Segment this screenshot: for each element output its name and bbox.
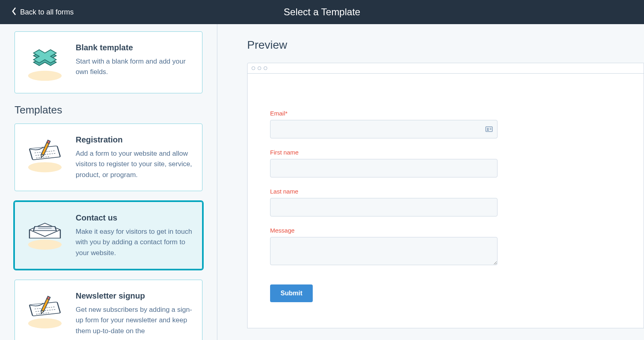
browser-dots bbox=[248, 63, 644, 74]
back-label: Back to all forms bbox=[20, 8, 74, 16]
first-name-field[interactable] bbox=[270, 159, 497, 177]
chevron-left-icon bbox=[11, 7, 17, 18]
browser-dot-icon bbox=[258, 66, 261, 70]
preview-browser-frame: Email* bbox=[247, 63, 644, 328]
paper-pencil-icon bbox=[24, 134, 66, 175]
paper-pencil-icon bbox=[24, 291, 66, 331]
field-label-email: Email* bbox=[270, 110, 497, 117]
app-header: Back to all forms Select a Template bbox=[0, 0, 644, 24]
svg-marker-11 bbox=[33, 227, 56, 231]
browser-dot-icon bbox=[252, 66, 255, 70]
field-label-last-name: Last name bbox=[270, 188, 497, 195]
card-title: Contact us bbox=[76, 213, 193, 223]
template-card-registration[interactable]: Registration Add a form to your website … bbox=[14, 124, 202, 191]
svg-rect-20 bbox=[47, 296, 50, 300]
preview-heading: Preview bbox=[247, 39, 644, 52]
card-title: Registration bbox=[76, 135, 193, 144]
card-desc: Start with a blank form and add your own… bbox=[76, 56, 193, 78]
browser-dot-icon bbox=[264, 66, 267, 70]
template-sidebar: Blank template Start with a blank form a… bbox=[0, 24, 217, 340]
card-desc: Add a form to your website and allow vis… bbox=[76, 148, 193, 180]
back-to-forms-link[interactable]: Back to all forms bbox=[0, 7, 74, 18]
email-field[interactable] bbox=[270, 120, 497, 138]
svg-point-9 bbox=[28, 240, 62, 250]
card-desc: Make it easy for visitors to get in touc… bbox=[76, 227, 193, 258]
templates-heading: Templates bbox=[14, 104, 202, 116]
preview-panel: Preview Email* bbox=[217, 24, 644, 340]
svg-point-0 bbox=[28, 71, 62, 81]
svg-point-22 bbox=[487, 128, 488, 130]
submit-button[interactable]: Submit bbox=[270, 284, 313, 302]
svg-rect-8 bbox=[47, 140, 50, 144]
message-field[interactable] bbox=[270, 237, 497, 265]
plus-icon bbox=[24, 42, 66, 82]
svg-point-13 bbox=[28, 318, 62, 328]
card-title: Newsletter signup bbox=[76, 291, 193, 301]
last-name-field[interactable] bbox=[270, 198, 497, 216]
svg-point-1 bbox=[28, 162, 62, 172]
card-desc: Get new subscribers by adding a sign-up … bbox=[76, 305, 193, 336]
template-card-contact[interactable]: Contact us Make it easy for visitors to … bbox=[14, 202, 202, 269]
page-title: Select a Template bbox=[284, 6, 360, 18]
contact-card-icon bbox=[485, 126, 493, 132]
template-card-newsletter[interactable]: Newsletter signup Get new subscribers by… bbox=[14, 280, 202, 340]
field-label-first-name: First name bbox=[270, 149, 497, 156]
template-card-blank[interactable]: Blank template Start with a blank form a… bbox=[14, 31, 202, 93]
field-label-message: Message bbox=[270, 227, 497, 234]
envelope-icon bbox=[24, 212, 66, 253]
card-title: Blank template bbox=[76, 43, 193, 52]
